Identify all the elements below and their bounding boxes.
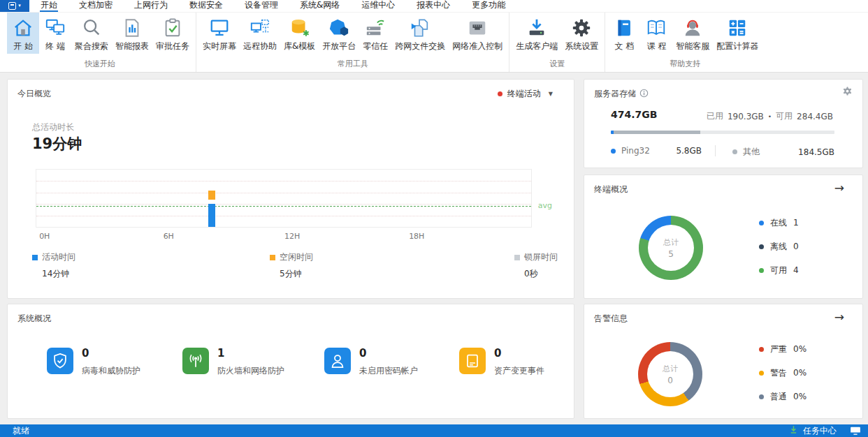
legend-dot-icon [759,347,764,352]
ribbon-button-start[interactable]: 开 始 [7,13,39,54]
donut-center-value: 5 [668,249,674,259]
today-overview-panel: 今日概览 终端活动 ▼ 总活动时长 19分钟 avg 0H6H12H18H 活动… [7,79,574,299]
system-item-asset-change-events: 0资产变更事件 [459,348,544,377]
app-logo-icon [8,2,16,10]
arrow-right-icon[interactable]: → [834,310,844,324]
ribbon-button-network-access-control[interactable]: 网络准入控制 [449,13,506,54]
legend-dot-icon [732,149,737,154]
legend-online: 在线1 [759,218,799,227]
server-wifi-icon [364,17,386,39]
legend-dot-icon [759,221,764,225]
legend-dot-icon [759,394,764,399]
search-icon [80,17,103,39]
gridline [36,204,531,205]
menu-tab-doc-encryption[interactable]: 文档加密 [78,0,113,12]
storage-item-other: 其他 184.5GB [732,146,834,158]
status-ready-text: 就绪 [13,425,29,437]
report-icon [121,17,143,39]
info-icon[interactable] [639,89,649,100]
total-activity-value: 19分钟 [32,134,82,154]
ribbon-button-remote-assist[interactable]: 远程协助 [240,13,280,54]
ribbon-button-realtime-screen[interactable]: 实时屏幕 [199,13,240,54]
monitor-icon [208,17,231,39]
menu-tab-start[interactable]: 开始 [40,0,58,12]
ribbon-group-label: 设置 [512,59,602,72]
legend-idle-time: 空闲时间 5分钟 [270,251,313,280]
calculator-icon [726,17,748,39]
ribbon-button-system-settings[interactable]: 系统设置 [561,13,602,54]
ribbon-button-zero-trust[interactable]: 零信任 [359,13,391,54]
menu-tab-device-management[interactable]: 设备管理 [244,0,279,12]
menu-tab-report-center[interactable]: 报表中心 [416,0,451,12]
donut-center-label: 总计 [663,237,679,248]
ribbon-button-cross-network-file-exchange[interactable]: 跨网文件交换 [391,13,449,54]
panel-title: 终端概况 [594,184,628,195]
menu-tab-web-behavior[interactable]: 上网行为 [133,0,168,12]
red-dot-icon [498,91,502,96]
task-center-button[interactable]: 任务中心 [803,425,837,437]
app-window: ▾ 开始 文档加密 上网行为 数据安全 设备管理 系统&网络 运维中心 报表中心… [0,0,868,437]
gridline [36,193,531,193]
app-logo-button[interactable]: ▾ [0,0,29,12]
legend-dot-icon [759,244,764,249]
legend-swatch-icon [270,255,275,260]
ribbon-button-open-platform[interactable]: 开放平台 [319,13,359,54]
ribbon-button-aggregate-search[interactable]: 聚合搜索 [71,13,112,54]
panel-title: 告警信息 [594,313,628,325]
chart-bar [208,191,215,200]
download-arrow-icon [789,425,798,436]
legend-critical: 严重0% [759,345,806,353]
storage-item-ping32: Ping32 5.8GB [611,146,702,156]
ribbon-button-library-templates[interactable]: 库&模板 [280,13,319,54]
terminal-legend: 在线1 离线0 可用4 [759,218,799,290]
chevron-down-icon: ▼ [549,91,553,97]
ribbon-toolbar: 开 始 终 端 聚合搜索 智能报表 审批任务 [0,13,868,73]
menu-tab-more-features[interactable]: 更多功能 [471,0,506,12]
ribbon-button-approval-tasks[interactable]: 审批任务 [152,13,193,54]
ribbon-button-courses[interactable]: 课 程 [640,13,672,54]
terminals-icon [44,17,66,39]
legend-warning: 警告0% [759,369,806,377]
divider [715,145,716,156]
menu-tab-data-security[interactable]: 数据安全 [189,0,224,12]
storage-usage-bar [611,131,834,134]
client-monitor-icon[interactable] [850,427,861,435]
legend-swatch-icon [514,255,520,260]
book-icon [613,17,635,39]
terminal-activity-filter-dropdown[interactable]: 终端活动 ▼ [498,88,553,100]
donut-center-value: 0 [667,376,673,385]
panel-title: 系统概况 [17,313,51,325]
menu-tab-ops-center[interactable]: 运维中心 [361,0,396,12]
dashboard-content: 今日概览 终端活动 ▼ 总活动时长 19分钟 avg 0H6H12H18H 活动… [0,73,868,424]
panel-title: 服务器存储 [594,88,636,100]
system-item-no-password-accounts: 0未启用密码帐户 [324,348,418,377]
x-axis-tick-label: 0H [39,232,50,241]
gridline [36,216,531,216]
asset-device-icon [459,348,486,374]
server-storage-panel: 服务器存储 474.7GB 已用 190.3GB • 可用 284.4GB Pi… [584,79,863,168]
arrow-right-icon[interactable]: → [834,181,844,195]
open-book-icon [645,17,667,39]
x-axis-tick-label: 6H [164,232,174,241]
total-activity-label: 总活动时长 [32,121,74,133]
shield-check-icon [47,348,73,374]
ribbon-button-smart-support[interactable]: 智能客服 [672,13,713,54]
average-line-label: avg [538,201,552,210]
ribbon-button-generate-client[interactable]: 生成客户端 [512,13,561,54]
alerts-legend: 严重0% 警告0% 普通0% [759,345,806,416]
menu-tab-system-network[interactable]: 系统&网络 [299,0,340,12]
storage-settings-gear-icon[interactable] [842,86,853,99]
used-value: 190.3GB [728,112,764,121]
ribbon-button-docs[interactable]: 文 档 [608,13,640,54]
ribbon-button-smart-report[interactable]: 智能报表 [112,13,152,54]
system-overview-panel: 系统概况 0病毒和威胁防护 1防火墙和网络防护 0未启用密码帐户 0资产变更事件 [7,304,574,419]
activity-chart: avg 0H6H12H18H [36,169,532,244]
ribbon-button-config-calculator[interactable]: 配置计算器 [713,13,762,54]
ribbon-group-label: 常用工具 [199,59,506,72]
ribbon-button-terminal[interactable]: 终 端 [39,13,71,54]
legend-dot-icon [611,149,616,154]
activity-chart-plot: avg [36,169,532,228]
statusbar: 就绪 任务中心 [0,424,868,437]
ribbon-group-help-support: 文 档 课 程 智能客服 配置计算器 帮助支持 [605,13,765,72]
user-icon [324,348,351,374]
